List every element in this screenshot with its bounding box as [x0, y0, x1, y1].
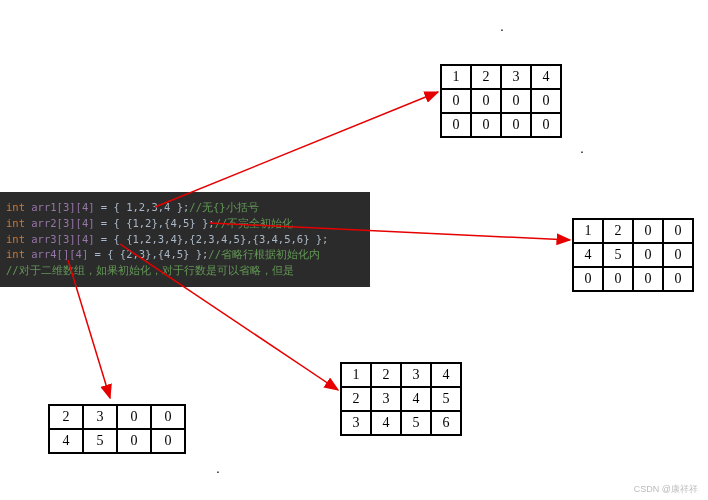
dims: [3][4] — [57, 233, 95, 245]
cell: 4 — [431, 363, 461, 387]
keyword-int: int — [6, 201, 25, 213]
cell: 5 — [603, 243, 633, 267]
cell: 6 — [431, 411, 461, 435]
cell: 4 — [401, 387, 431, 411]
array-grid-arr2: 1200 4500 0000 — [572, 218, 694, 292]
code-line-4: int arr4[][4] = { {2,3},{4,5} };//省略行根据初… — [6, 247, 364, 263]
cell: 5 — [401, 411, 431, 435]
array-grid-arr4: 2300 4500 — [48, 404, 186, 454]
comment: //对于二维数组，如果初始化，对于行数是可以省略，但是 — [6, 264, 294, 276]
cell: 3 — [501, 65, 531, 89]
cell: 2 — [371, 363, 401, 387]
cell: 0 — [531, 113, 561, 137]
dims: [3][4] — [57, 201, 95, 213]
var-arr1: arr1 — [31, 201, 56, 213]
comment: //无{}小括号 — [189, 201, 258, 213]
decorative-dot: . — [216, 460, 220, 476]
array-grid-arr1: 1234 0000 0000 — [440, 64, 562, 138]
cell: 0 — [117, 405, 151, 429]
code-rest: = { {2,3},{4,5} }; — [88, 248, 208, 260]
watermark: CSDN @康祥祥 — [634, 483, 698, 496]
var-arr3: arr3 — [31, 233, 56, 245]
code-rest: = { {1,2},{4,5} }; — [95, 217, 215, 229]
cell: 0 — [471, 89, 501, 113]
cell: 0 — [633, 219, 663, 243]
cell: 4 — [531, 65, 561, 89]
code-line-3: int arr3[3][4] = { {1,2,3,4},{2,3,4,5},{… — [6, 232, 364, 248]
cell: 0 — [501, 89, 531, 113]
cell: 0 — [663, 243, 693, 267]
cell: 0 — [663, 219, 693, 243]
cell: 0 — [151, 405, 185, 429]
cell: 4 — [573, 243, 603, 267]
cell: 3 — [401, 363, 431, 387]
code-block: int arr1[3][4] = { 1,2,3,4 };//无{}小括号 in… — [0, 192, 370, 287]
cell: 3 — [371, 387, 401, 411]
decorative-dot: . — [580, 140, 584, 156]
cell: 4 — [49, 429, 83, 453]
cell: 0 — [117, 429, 151, 453]
var-arr4: arr4 — [31, 248, 56, 260]
cell: 0 — [633, 267, 663, 291]
cell: 3 — [341, 411, 371, 435]
var-arr2: arr2 — [31, 217, 56, 229]
dims: [][4] — [57, 248, 89, 260]
keyword-int: int — [6, 217, 25, 229]
code-line-5: //对于二维数组，如果初始化，对于行数是可以省略，但是 — [6, 263, 364, 279]
keyword-int: int — [6, 233, 25, 245]
decorative-dot: . — [500, 18, 504, 34]
cell: 0 — [603, 267, 633, 291]
keyword-int: int — [6, 248, 25, 260]
arrow-arr1 — [155, 92, 438, 207]
comment: //省略行根据初始化内 — [208, 248, 320, 260]
code-rest: = { {1,2,3,4},{2,3,4,5},{3,4,5,6} }; — [95, 233, 329, 245]
cell: 2 — [603, 219, 633, 243]
cell: 2 — [49, 405, 83, 429]
cell: 0 — [633, 243, 663, 267]
cell: 4 — [371, 411, 401, 435]
cell: 0 — [441, 89, 471, 113]
comment: //不完全初始化 — [215, 217, 294, 229]
cell: 0 — [663, 267, 693, 291]
array-grid-arr3: 1234 2345 3456 — [340, 362, 462, 436]
cell: 5 — [431, 387, 461, 411]
cell: 0 — [531, 89, 561, 113]
code-line-2: int arr2[3][4] = { {1,2},{4,5} };//不完全初始… — [6, 216, 364, 232]
dims: [3][4] — [57, 217, 95, 229]
cell: 2 — [471, 65, 501, 89]
cell: 0 — [471, 113, 501, 137]
cell: 5 — [83, 429, 117, 453]
cell: 0 — [441, 113, 471, 137]
cell: 3 — [83, 405, 117, 429]
cell: 1 — [341, 363, 371, 387]
code-rest: = { 1,2,3,4 }; — [95, 201, 190, 213]
cell: 0 — [151, 429, 185, 453]
code-line-1: int arr1[3][4] = { 1,2,3,4 };//无{}小括号 — [6, 200, 364, 216]
cell: 1 — [573, 219, 603, 243]
cell: 0 — [501, 113, 531, 137]
cell: 0 — [573, 267, 603, 291]
cell: 2 — [341, 387, 371, 411]
cell: 1 — [441, 65, 471, 89]
